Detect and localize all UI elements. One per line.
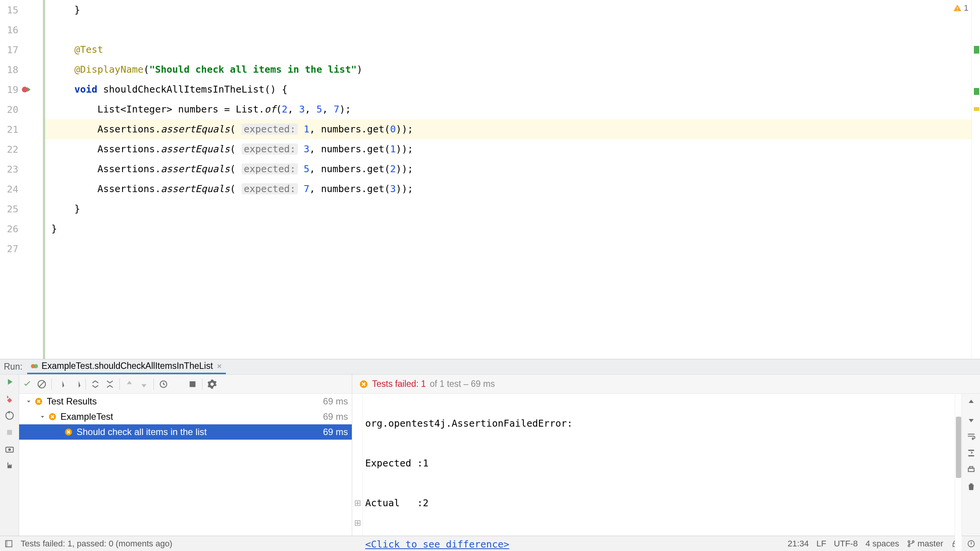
gutter-line[interactable]: 17 [0, 40, 45, 60]
svg-point-2 [22, 86, 28, 92]
failed-status-icon [34, 397, 43, 406]
editor-gutter[interactable]: 15161718192021222324252627 [0, 0, 45, 359]
scroll-down-icon[interactable] [966, 414, 976, 424]
test-history-icon[interactable] [158, 379, 168, 389]
next-failed-icon[interactable] [139, 379, 149, 389]
close-tab-icon[interactable] [216, 363, 223, 370]
console-line: Actual :2 [365, 493, 955, 513]
stop-icon[interactable] [5, 427, 15, 437]
chevron-down-icon[interactable] [38, 412, 47, 421]
soft-wrap-icon[interactable] [966, 431, 976, 441]
test-summary: Tests failed: 1 of 1 test – 69 ms [352, 375, 980, 394]
svg-line-11 [39, 381, 44, 386]
stripe-mark[interactable] [974, 107, 979, 111]
text-caret [509, 537, 510, 551]
run-tab-title: ExampleTest.shouldCheckAllItemsInTheList [42, 361, 213, 371]
scroll-up-icon[interactable] [966, 398, 976, 408]
line-number: 19 [0, 84, 21, 95]
prev-failed-icon[interactable] [124, 379, 134, 389]
tool-windows-icon[interactable] [5, 540, 13, 548]
gutter-line[interactable]: 21 [0, 119, 45, 139]
code-area[interactable]: } @Test @DisplayName("Should check all i… [45, 0, 972, 359]
gutter-line[interactable]: 24 [0, 179, 45, 199]
chevron-down-icon[interactable] [24, 397, 33, 406]
clear-all-icon[interactable] [966, 482, 976, 492]
expand-all-icon[interactable] [90, 379, 100, 389]
summary-failed-count: 1 [421, 379, 426, 389]
code-line[interactable]: } [45, 219, 972, 239]
scroll-to-end-icon[interactable] [966, 448, 976, 458]
import-tests-icon[interactable] [173, 379, 183, 389]
fold-handle[interactable]: ⊞ [352, 513, 363, 533]
tree-test-duration: 69 ms [323, 427, 348, 437]
tree-test[interactable]: Should check all items in the list 69 ms [19, 424, 352, 440]
see-difference-link[interactable]: <Click to see difference> [365, 539, 509, 550]
line-number: 21 [0, 124, 21, 135]
tree-root-duration: 69 ms [323, 396, 348, 407]
code-line[interactable]: } [45, 0, 972, 20]
line-number: 24 [0, 184, 21, 195]
test-console[interactable]: org.opentest4j.AssertionFailedError: Exp… [363, 394, 955, 551]
gutter-line[interactable]: 19 [0, 80, 45, 99]
goto-icon[interactable] [967, 540, 975, 548]
svg-rect-17 [968, 468, 974, 472]
gutter-line[interactable]: 15 [0, 0, 45, 20]
gutter-line[interactable]: 26 [0, 219, 45, 239]
fold-handle[interactable]: ⊞ [352, 493, 363, 513]
code-line[interactable] [45, 239, 972, 259]
console-line: org.opentest4j.AssertionFailedError: [365, 414, 955, 434]
code-line[interactable]: @Test [45, 40, 972, 60]
print-icon[interactable] [966, 465, 976, 475]
run-test-gutter-icon[interactable] [21, 85, 31, 95]
gutter-line[interactable]: 20 [0, 99, 45, 119]
camera-icon[interactable] [5, 444, 15, 454]
code-line[interactable]: Assertions.assertEquals( expected: 7, nu… [45, 179, 972, 199]
console-line: Expected :1 [365, 453, 955, 473]
collapse-all-icon[interactable] [105, 379, 115, 389]
dump-threads-icon[interactable] [5, 461, 15, 471]
error-stripe[interactable] [972, 0, 980, 359]
code-line[interactable]: List<Integer> numbers = List.of(2, 3, 5,… [45, 99, 972, 119]
line-number: 15 [0, 5, 21, 16]
gutter-line[interactable]: 16 [0, 20, 45, 40]
export-tests-icon[interactable] [188, 379, 198, 389]
gutter-line[interactable]: 22 [0, 139, 45, 159]
sort-alpha-icon[interactable] [56, 379, 66, 389]
tree-class-duration: 69 ms [323, 411, 348, 422]
line-number: 27 [0, 243, 21, 254]
test-config-icon [30, 362, 39, 370]
run-tab[interactable]: ExampleTest.shouldCheckAllItemsInTheList [27, 359, 226, 374]
show-passed-icon[interactable] [22, 379, 32, 389]
code-editor[interactable]: 1 15161718192021222324252627 } @Test @Di… [0, 0, 980, 359]
rerun-failed-icon[interactable] [5, 411, 15, 421]
code-line[interactable]: void shouldCheckAllItemsInTheList() { [45, 80, 972, 99]
sort-duration-icon[interactable] [71, 379, 81, 389]
rerun-icon[interactable] [5, 377, 15, 387]
svg-point-4 [34, 364, 38, 368]
line-number: 25 [0, 204, 21, 215]
gutter-line[interactable]: 18 [0, 60, 45, 80]
code-line[interactable] [45, 20, 972, 40]
stripe-mark[interactable] [974, 46, 979, 54]
toggle-auto-test-icon[interactable] [5, 394, 15, 404]
gutter-line[interactable]: 25 [0, 199, 45, 219]
test-settings-icon[interactable] [207, 379, 217, 389]
tree-class[interactable]: ExampleTest 69 ms [19, 409, 352, 424]
code-line[interactable]: } [45, 199, 972, 219]
code-line[interactable]: Assertions.assertEquals( expected: 1, nu… [45, 119, 972, 139]
tree-root[interactable]: Test Results 69 ms [19, 394, 352, 409]
line-number: 23 [0, 164, 21, 175]
console-fold-gutter[interactable]: ⊞ ⊞ [352, 394, 363, 551]
test-tree[interactable]: Test Results 69 ms ExampleTest 69 ms Sho… [19, 394, 352, 551]
scrollbar-thumb[interactable] [956, 417, 961, 478]
summary-suffix: of 1 test – 69 ms [430, 379, 495, 389]
show-ignored-icon[interactable] [37, 379, 47, 389]
code-line[interactable]: @DisplayName("Should check all items in … [45, 60, 972, 80]
gutter-line[interactable]: 27 [0, 239, 45, 259]
code-line[interactable]: Assertions.assertEquals( expected: 3, nu… [45, 139, 972, 159]
tree-class-label: ExampleTest [60, 411, 113, 422]
gutter-line[interactable]: 23 [0, 159, 45, 179]
console-scrollbar[interactable] [955, 394, 962, 551]
stripe-mark[interactable] [974, 88, 979, 95]
code-line[interactable]: Assertions.assertEquals( expected: 5, nu… [45, 159, 972, 179]
